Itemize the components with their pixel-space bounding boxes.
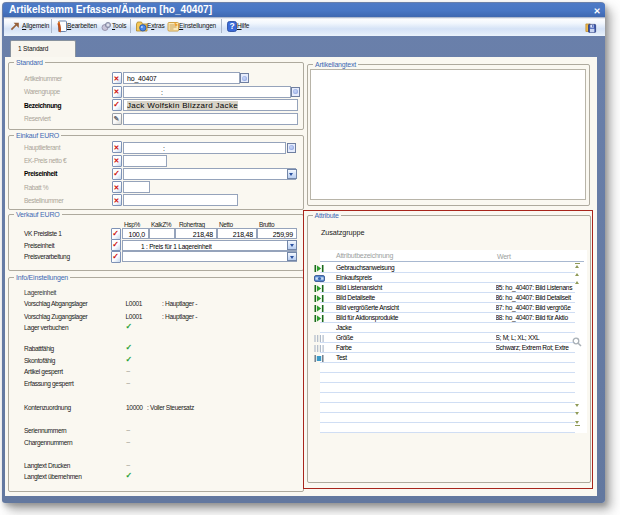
svg-text:?: ? (229, 21, 234, 31)
